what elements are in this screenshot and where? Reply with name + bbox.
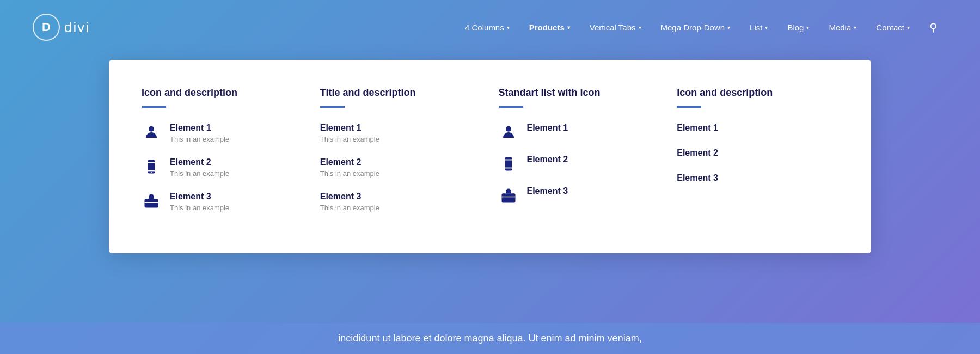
nav-item-list[interactable]: List ▾ <box>740 17 777 38</box>
item-title: Element 3 <box>677 173 822 183</box>
item-title: Element 2 <box>320 157 465 167</box>
person-icon <box>499 124 518 141</box>
col2-header: Title and description <box>320 87 465 99</box>
nav-menu: 4 Columns ▾ Products ▾ Vertical Tabs ▾ M… <box>455 15 947 39</box>
nav-label-media: Media <box>829 23 851 32</box>
col1-item-2-text: Element 2 This in an example <box>170 157 229 178</box>
item-title: Element 3 <box>527 186 568 196</box>
col3-item-3[interactable]: Element 3 <box>499 186 644 204</box>
chevron-down-icon: ▾ <box>727 25 730 30</box>
nav-item-4columns[interactable]: 4 Columns ▾ <box>455 17 519 38</box>
item-desc: This in an example <box>170 169 229 178</box>
col1-item-2[interactable]: Element 2 This in an example <box>142 157 287 178</box>
col2-item-1[interactable]: Element 1 This in an example <box>320 123 465 143</box>
briefcase-icon <box>499 187 518 204</box>
col1-item-3[interactable]: Element 3 This in an example <box>142 192 287 212</box>
logo-letter: D <box>42 20 51 34</box>
search-icon: ⚲ <box>929 21 938 33</box>
item-desc: This in an example <box>320 169 465 178</box>
logo[interactable]: D divi <box>33 14 90 41</box>
dropdown-col-2: Title and description Element 1 This in … <box>304 87 482 226</box>
svg-rect-11 <box>501 193 515 202</box>
nav-label-contact: Contact <box>876 23 904 32</box>
chevron-down-icon: ▾ <box>907 25 910 30</box>
col1-item-1[interactable]: Element 1 This in an example <box>142 123 287 143</box>
svg-rect-8 <box>505 157 512 171</box>
col2-item-3[interactable]: Element 3 This in an example <box>320 192 465 212</box>
item-desc: This in an example <box>320 204 465 212</box>
person-icon <box>142 124 161 141</box>
col2-item-2[interactable]: Element 2 This in an example <box>320 157 465 178</box>
nav-label-vertical-tabs: Vertical Tabs <box>590 23 636 32</box>
chevron-down-icon: ▾ <box>567 25 570 30</box>
logo-circle: D <box>33 14 60 41</box>
nav-item-media[interactable]: Media ▾ <box>819 17 866 38</box>
mega-dropdown-panel: Icon and description Element 1 This in a… <box>109 60 871 253</box>
col3-divider <box>499 106 523 108</box>
nav-label-mega-dropdown: Mega Drop-Down <box>661 23 725 32</box>
svg-rect-1 <box>148 160 155 174</box>
bottom-bar-text: incididunt ut labore et dolore magna ali… <box>338 333 641 344</box>
item-desc: This in an example <box>170 135 229 143</box>
bottom-bar: incididunt ut labore et dolore magna ali… <box>0 323 980 354</box>
item-title: Element 3 <box>320 192 465 202</box>
col2-divider <box>320 106 345 108</box>
col1-divider <box>142 106 166 108</box>
item-title: Element 1 <box>320 123 465 133</box>
item-desc: This in an example <box>170 204 229 212</box>
col4-divider <box>677 106 701 108</box>
svg-point-4 <box>151 172 152 173</box>
nav-label-products: Products <box>529 23 565 32</box>
briefcase-icon <box>142 193 161 209</box>
col3-header: Standart list with icon <box>499 87 644 99</box>
nav-label-list: List <box>750 23 762 32</box>
chevron-down-icon: ▾ <box>507 25 510 30</box>
nav-item-contact[interactable]: Contact ▾ <box>866 17 920 38</box>
svg-rect-5 <box>145 199 158 207</box>
item-title: Element 1 <box>677 123 822 133</box>
dropdown-col-1: Icon and description Element 1 This in a… <box>142 87 304 226</box>
col1-item-1-text: Element 1 This in an example <box>170 123 229 143</box>
logo-name: divi <box>64 19 90 36</box>
nav-item-mega-dropdown[interactable]: Mega Drop-Down ▾ <box>651 17 740 38</box>
svg-point-7 <box>506 126 511 132</box>
phone-icon <box>499 156 518 172</box>
svg-point-0 <box>149 126 154 132</box>
item-title: Element 1 <box>527 123 568 133</box>
col3-item-1[interactable]: Element 1 <box>499 123 644 141</box>
col3-item-2[interactable]: Element 2 <box>499 155 644 172</box>
col1-header: Icon and description <box>142 87 287 99</box>
col3-item-2-text: Element 2 <box>527 155 568 167</box>
chevron-down-icon: ▾ <box>854 25 856 30</box>
col4-item-2[interactable]: Element 2 <box>677 148 822 158</box>
nav-item-vertical-tabs[interactable]: Vertical Tabs ▾ <box>580 17 651 38</box>
item-title: Element 2 <box>170 157 229 167</box>
nav-item-blog[interactable]: Blog ▾ <box>777 17 819 38</box>
nav-item-products[interactable]: Products ▾ <box>519 17 580 38</box>
col3-item-3-text: Element 3 <box>527 186 568 198</box>
col3-item-1-text: Element 1 <box>527 123 568 135</box>
chevron-down-icon: ▾ <box>639 25 641 30</box>
phone-icon <box>142 158 161 175</box>
item-title: Element 3 <box>170 192 229 202</box>
nav-label-4columns: 4 Columns <box>465 23 504 32</box>
col1-item-3-text: Element 3 This in an example <box>170 192 229 212</box>
item-desc: This in an example <box>320 135 465 143</box>
search-button[interactable]: ⚲ <box>920 15 947 39</box>
col4-item-1[interactable]: Element 1 <box>677 123 822 133</box>
item-title: Element 1 <box>170 123 229 133</box>
dropdown-col-4: Icon and description Element 1 Element 2… <box>660 87 838 226</box>
navbar: D divi 4 Columns ▾ Products ▾ Vertical T… <box>0 0 980 54</box>
col4-item-3[interactable]: Element 3 <box>677 173 822 183</box>
item-title: Element 2 <box>677 148 822 158</box>
item-title: Element 2 <box>527 155 568 164</box>
dropdown-col-3: Standart list with icon Element 1 <box>482 87 661 226</box>
chevron-down-icon: ▾ <box>806 25 809 30</box>
chevron-down-icon: ▾ <box>765 25 768 30</box>
nav-label-blog: Blog <box>787 23 804 32</box>
col4-header: Icon and description <box>677 87 822 99</box>
